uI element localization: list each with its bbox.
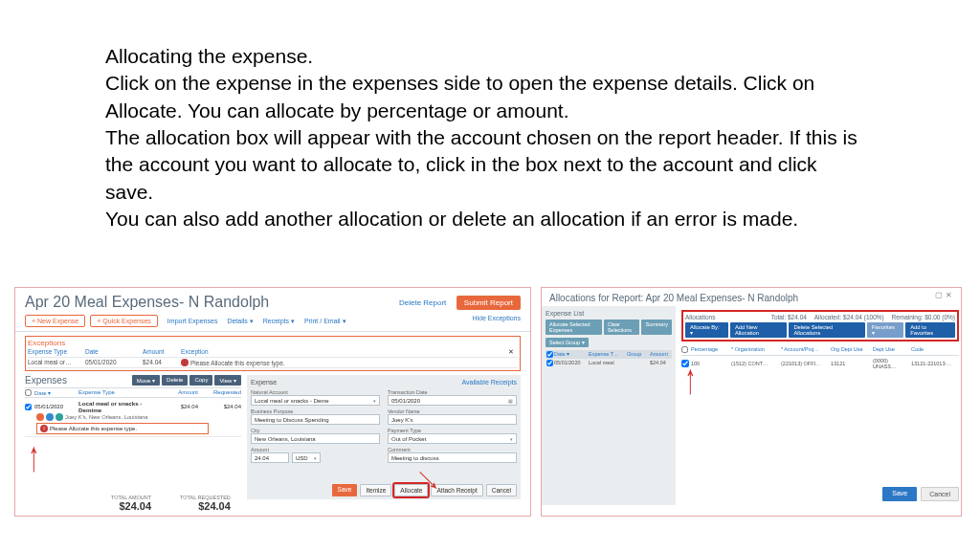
quick-expenses-button[interactable]: + Quick Expenses	[90, 315, 158, 327]
calendar-icon: ▦	[508, 398, 513, 404]
delete-button[interactable]: Delete	[162, 375, 188, 386]
add-new-allocation-button[interactable]: Add New Allocation	[730, 322, 787, 338]
currency-select[interactable]: USD▾	[292, 452, 321, 463]
payment-type-select[interactable]: Out of Pocket▾	[388, 433, 517, 444]
col-type[interactable]: Expense T…	[589, 351, 627, 358]
vendor-name-input[interactable]: Joey K's	[388, 414, 517, 425]
exceptions-box: Exceptions Expense Type Date Amount Exce…	[25, 336, 521, 371]
col-type[interactable]: Expense Type	[78, 389, 155, 396]
details-dropdown[interactable]: Details ▾	[227, 318, 253, 325]
select-all-checkbox[interactable]	[25, 389, 32, 396]
row-type: Local meal or snacks - Demime	[78, 400, 155, 413]
amount-input[interactable]: 24.04	[251, 452, 289, 463]
minimize-icon[interactable]: ▢	[935, 291, 946, 299]
allocate-button[interactable]: Allocate	[394, 484, 428, 496]
row-dept: (0000) UNASS…	[873, 358, 911, 369]
col-date[interactable]: Date ▾	[34, 389, 78, 396]
row-checkbox[interactable]	[546, 360, 553, 366]
save-button[interactable]: Save	[882, 487, 917, 501]
col-date[interactable]: Date	[85, 348, 143, 356]
warning-icon: !	[40, 425, 48, 432]
instruction-line: You can also add another allocation or d…	[105, 206, 861, 232]
cancel-button[interactable]: Cancel	[486, 484, 517, 496]
allocated-text: Allocated: $24.04 (100%)	[814, 314, 884, 320]
total-requested-value: $24.04	[198, 500, 231, 512]
import-expenses-link[interactable]: Import Expenses	[167, 318, 218, 324]
view-button[interactable]: View ▾	[214, 375, 241, 386]
allocate-selected-button[interactable]: Allocate Selected Expenses	[546, 320, 602, 335]
save-button[interactable]: Save	[332, 484, 358, 496]
col-percentage[interactable]: Percentage	[691, 346, 731, 353]
expense-list-row[interactable]: 05/01/2020 Local meal $24.04	[546, 359, 672, 367]
instruction-text: Allocating the expense. Click on the exp…	[105, 43, 861, 232]
expense-report-panel: Apr 20 Meal Expenses- N Randolph Delete …	[14, 287, 531, 517]
col-organization[interactable]: * Organization	[731, 346, 781, 353]
select-all-checkbox[interactable]	[546, 351, 553, 358]
row-subtitle: Joey K's, New Orleans, Louisiana	[65, 414, 148, 420]
row-group	[627, 360, 650, 366]
row-date: 05/01/2020	[34, 404, 78, 409]
instruction-line: The allocation box will appear with the …	[105, 124, 861, 206]
allocations-panel: ▢✕ Allocations for Report: Apr 20 Meal E…	[541, 287, 962, 517]
exc-type: Local meal or…	[28, 359, 85, 366]
natural-account-select[interactable]: Local meal or snacks - Deme▾	[251, 395, 380, 406]
receipts-dropdown[interactable]: Receipts ▾	[263, 318, 295, 325]
col-amount[interactable]: Amount	[650, 351, 679, 358]
exceptions-title: Exceptions	[28, 339, 518, 347]
row-org: (1512) CONT…	[731, 361, 781, 366]
expense-list-title: Expense List	[546, 310, 672, 317]
col-expense-type[interactable]: Expense Type	[28, 348, 85, 356]
exc-date: 05/01/2020	[85, 359, 143, 366]
col-amount[interactable]: Amount	[143, 348, 181, 356]
row-org-dept: 13121	[831, 361, 873, 366]
itemize-button[interactable]: Itemize	[360, 484, 391, 496]
print-email-dropdown[interactable]: Print / Email ▾	[304, 318, 346, 325]
clear-selections-button[interactable]: Clear Selections	[604, 320, 640, 335]
totals-bar: TOTAL AMOUNT$24.04 TOTAL REQUESTED$24.04	[111, 495, 231, 512]
comment-input[interactable]: Meeting to discuss	[388, 452, 517, 463]
close-icon[interactable]: ✕	[508, 348, 518, 356]
row-requested: $24.04	[198, 404, 241, 409]
row-amount: $24.04	[155, 404, 198, 409]
delete-report-link[interactable]: Delete Report	[399, 298, 446, 307]
new-expense-button[interactable]: + New Expense	[25, 315, 85, 327]
copy-button[interactable]: Copy	[189, 375, 212, 386]
arrow-up-icon: ↑	[29, 431, 39, 481]
col-date[interactable]: Date ▾	[554, 351, 589, 358]
col-requested[interactable]: Requested	[198, 389, 241, 396]
allocation-row[interactable]: 100 (1512) CONT… (221013) OFFI… 13121 (0…	[681, 356, 959, 371]
col-exception[interactable]: Exception	[181, 348, 508, 356]
move-button[interactable]: Move ▾	[132, 375, 160, 386]
favorites-dropdown[interactable]: Favorites ▾	[867, 322, 903, 338]
exc-message: Please Allocate this expense type.	[190, 360, 285, 366]
allocate-by-dropdown[interactable]: Allocate By: ▾	[685, 322, 728, 338]
col-group[interactable]: Group	[627, 351, 650, 358]
select-all-checkbox[interactable]	[681, 346, 688, 353]
row-code: 13121-221013-…	[911, 361, 959, 366]
row-date: 05/01/2020	[554, 360, 589, 366]
col-account[interactable]: * Account/Proj…	[781, 346, 831, 353]
report-title: Apr 20 Meal Expenses- N Randolph	[25, 294, 269, 311]
row-checkbox[interactable]	[25, 404, 32, 410]
city-input[interactable]: New Orleans, Louisiana	[251, 433, 380, 444]
col-code[interactable]: Code	[911, 346, 959, 353]
delete-selected-allocations-button[interactable]: Delete Selected Allocations	[789, 322, 865, 338]
available-receipts-link[interactable]: Available Receipts	[462, 379, 517, 386]
expense-list-sidebar: Expense List Allocate Selected Expenses …	[542, 306, 676, 505]
select-group-dropdown[interactable]: Select Group ▾	[546, 338, 589, 347]
hide-exceptions-link[interactable]: Hide Exceptions	[472, 315, 521, 327]
transaction-date-input[interactable]: 05/01/2020▦	[388, 395, 517, 406]
instruction-line: Allocating the expense.	[105, 43, 861, 70]
submit-report-button[interactable]: Submit Report	[457, 296, 521, 310]
row-warning: Please Allocate this expense type.	[50, 426, 137, 431]
col-org-dept[interactable]: Org Dept Use	[831, 346, 873, 353]
add-to-favorites-button[interactable]: Add to Favorites	[905, 322, 955, 338]
expense-tab[interactable]: Expense	[251, 379, 277, 386]
business-purpose-input[interactable]: Meeting to Discuss Spending	[251, 414, 380, 425]
col-dept[interactable]: Dept Use	[873, 346, 911, 353]
summary-button[interactable]: Summary	[641, 320, 672, 335]
col-amount[interactable]: Amount	[155, 389, 198, 396]
expense-row[interactable]: 05/01/2020 Local meal or snacks - Demime…	[25, 398, 241, 437]
close-icon[interactable]: ✕	[946, 291, 955, 299]
cancel-button[interactable]: Cancel	[921, 487, 959, 501]
